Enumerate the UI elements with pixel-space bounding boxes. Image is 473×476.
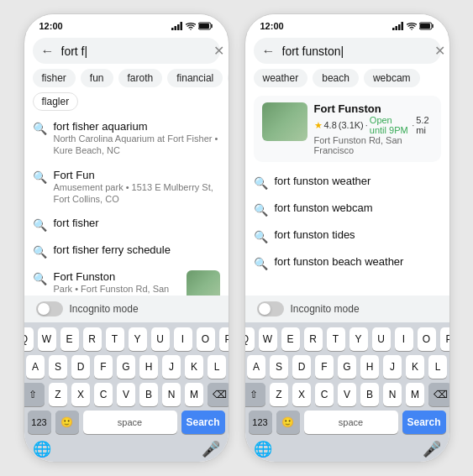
chip-financial[interactable]: financial [167,69,223,87]
key-w[interactable]: W [38,327,56,351]
key-shift[interactable]: ⇧ [24,383,45,406]
key-t[interactable]: T [106,327,124,351]
key-g[interactable]: G [338,355,356,379]
key-j[interactable]: J [162,355,181,379]
key-b[interactable]: B [139,383,158,406]
globe-icon[interactable]: 🌐 [33,440,51,458]
key-m[interactable]: M [406,383,424,406]
mic-icon[interactable]: 🎤 [202,440,220,458]
search-button-2[interactable]: Search [402,411,446,434]
key-e[interactable]: E [281,327,300,351]
key-h[interactable]: H [360,355,379,379]
key-h[interactable]: H [139,355,158,379]
suggestion-item[interactable]: 🔍 fort fisher [24,211,229,238]
chip-fun[interactable]: fun [81,69,113,87]
key-b[interactable]: B [360,383,379,406]
key-v[interactable]: V [338,383,356,406]
key-n[interactable]: N [383,383,402,406]
key-g[interactable]: G [117,355,135,379]
key-a[interactable]: A [26,355,45,379]
suggestion-item[interactable]: 🔍 fort funston beach weather [245,249,449,276]
chip-faroth[interactable]: faroth [118,69,163,87]
key-z[interactable]: Z [270,383,288,406]
key-x[interactable]: X [71,383,90,406]
key-k[interactable]: K [406,355,424,379]
key-backspace[interactable]: ⌫ [428,383,450,406]
suggestion-item[interactable]: 🔍 Fort Funston Park • Fort Funston Rd, S… [24,264,229,296]
key-t[interactable]: T [327,327,345,351]
key-emoji[interactable]: 🙂 [276,411,300,434]
suggestion-item[interactable]: 🔍 fort fisher ferry schedule [24,238,229,264]
key-p[interactable]: P [440,327,450,351]
key-backspace[interactable]: ⌫ [208,383,229,406]
key-c[interactable]: C [94,383,113,406]
key-i[interactable]: I [395,327,413,351]
search-input-2[interactable] [282,44,429,58]
key-z[interactable]: Z [49,383,67,406]
distance: 5.2 mi [416,115,432,135]
key-d[interactable]: D [71,355,90,379]
suggestion-item[interactable]: 🔍 fort funston weather [245,169,449,196]
key-123[interactable]: 123 [28,411,51,434]
key-k[interactable]: K [185,355,203,379]
key-r[interactable]: R [83,327,102,351]
clear-button-1[interactable]: ✕ [213,43,224,59]
search-button-1[interactable]: Search [181,411,225,434]
signal-icon [171,22,183,30]
key-y[interactable]: Y [349,327,368,351]
key-s[interactable]: S [49,355,67,379]
incognito-toggle-2[interactable] [257,301,284,316]
key-f[interactable]: F [94,355,113,379]
key-r[interactable]: R [304,327,323,351]
suggestion-item[interactable]: 🔍 fort funston tides [245,222,449,249]
key-a[interactable]: A [247,355,265,379]
chip-webcam[interactable]: webcam [364,69,420,87]
chip-beach[interactable]: beach [313,69,359,87]
back-arrow-2[interactable]: ← [262,44,276,59]
key-o[interactable]: O [197,327,215,351]
globe-icon[interactable]: 🌐 [254,440,272,458]
chip-weather[interactable]: weather [254,69,308,87]
suggestion-item[interactable]: 🔍 fort funston webcam [245,196,449,222]
chip-fisher[interactable]: fisher [33,69,76,87]
key-j[interactable]: J [383,355,402,379]
key-u[interactable]: U [151,327,170,351]
incognito-toggle-1[interactable] [36,301,63,316]
key-y[interactable]: Y [129,327,147,351]
suggestion-item[interactable]: 🔍 Fort Fun Amusement park • 1513 E Mulbe… [24,163,229,212]
key-w[interactable]: W [259,327,277,351]
key-emoji[interactable]: 🙂 [55,411,79,434]
key-q[interactable]: Q [24,327,34,351]
search-bar-1[interactable]: ← ✕ [33,38,220,64]
suggestion-item[interactable]: 🔍 fort fisher aquarium North Carolina Aq… [24,114,229,163]
key-l[interactable]: L [208,355,226,379]
key-x[interactable]: X [292,383,311,406]
key-l[interactable]: L [428,355,447,379]
key-p[interactable]: P [219,327,229,351]
key-n[interactable]: N [162,383,181,406]
key-shift[interactable]: ⇧ [244,383,266,406]
key-space[interactable]: space [304,411,398,434]
key-f[interactable]: F [315,355,334,379]
key-s[interactable]: S [270,355,288,379]
key-q[interactable]: Q [244,327,255,351]
key-m[interactable]: M [185,383,203,406]
rich-card[interactable]: Fort Funston ★ 4.8 (3.1K) · Open until 9… [254,96,441,162]
suggestion-title: Fort Fun [54,169,220,181]
battery-icon [419,22,434,30]
key-space[interactable]: space [83,411,177,434]
key-u[interactable]: U [372,327,391,351]
key-e[interactable]: E [60,327,79,351]
search-bar-2[interactable]: ← ✕ [254,38,441,64]
key-d[interactable]: D [292,355,311,379]
chip-flagler[interactable]: flagler [33,92,79,111]
key-i[interactable]: I [174,327,192,351]
key-o[interactable]: O [418,327,436,351]
key-c[interactable]: C [315,383,334,406]
key-123[interactable]: 123 [249,411,272,434]
search-input-1[interactable] [61,44,208,58]
back-arrow-1[interactable]: ← [41,44,55,59]
clear-button-2[interactable]: ✕ [434,43,445,59]
mic-icon[interactable]: 🎤 [423,440,441,458]
key-v[interactable]: V [117,383,135,406]
